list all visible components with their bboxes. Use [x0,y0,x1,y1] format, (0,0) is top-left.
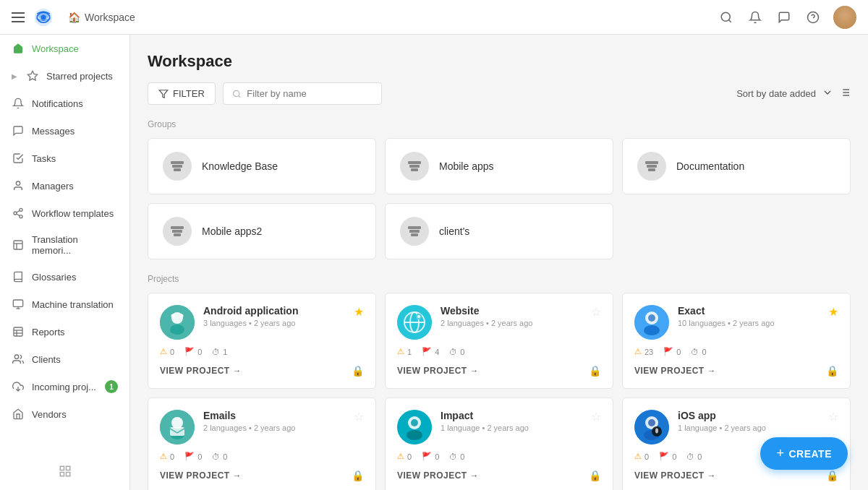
sidebar-item-messages[interactable]: Messages [0,117,129,145]
svg-point-59 [411,419,418,426]
star-exact[interactable]: ★ [828,305,838,319]
group-name-mobile-apps: Mobile apps [439,160,494,172]
sidebar-item-starred[interactable]: ▶ Starred projects [0,62,129,90]
star-website[interactable]: ☆ [591,305,601,319]
project-meta-emails: 2 languages • 2 years ago [203,424,345,432]
sidebar-label-workflow: Workflow templates [32,208,114,219]
star-ios[interactable]: ☆ [828,410,838,424]
project-avatar-ios [634,410,669,444]
group-name-knowledge-base: Knowledge Base [202,160,278,172]
group-card-documentation[interactable]: Documentation [622,138,851,194]
star-android[interactable]: ★ [354,305,364,319]
project-card-website[interactable]: Website 2 languages • 2 years ago ☆ ⚠1 🚩… [385,293,613,389]
grid-icon[interactable] [59,465,72,481]
search-input[interactable] [247,88,372,99]
sidebar-item-vendors[interactable]: Vendors [0,400,129,428]
project-footer-impact: VIEW PROJECT → 🔒 [397,470,601,481]
svg-point-48 [417,315,420,318]
view-toggle-icon[interactable] [839,87,851,101]
view-project-android[interactable]: VIEW PROJECT → [160,366,242,376]
comment-icon [12,124,25,137]
sort-down-icon[interactable] [822,87,833,101]
view-project-impact[interactable]: VIEW PROJECT → [397,470,479,481]
svg-point-9 [20,208,22,211]
page-title: Workspace [148,52,851,71]
create-button[interactable]: + CREATE [760,437,848,470]
groups-grid: Knowledge Base Mobile apps Documentation… [148,138,851,259]
projects-section-label: Projects [148,274,851,284]
sidebar-item-reports[interactable]: Reports [0,318,129,345]
filter-icon [158,89,169,99]
group-icon-mobile-apps [400,152,429,181]
project-name-ios: iOS app [678,410,820,421]
project-footer-android: VIEW PROJECT → 🔒 [160,365,364,377]
sidebar-item-clients[interactable]: Clients [0,345,129,373]
svg-point-39 [171,312,183,324]
sidebar-item-machine[interactable]: Machine translation [0,291,129,318]
help-icon[interactable] [804,9,822,26]
project-meta-ios: 1 language • 2 years ago [678,424,820,432]
nav-breadcrumb: 🏠 Workspace [68,12,135,23]
expand-icon: ▶ [12,72,17,80]
sidebar-item-glossaries[interactable]: Glossaries [0,263,129,291]
svg-line-13 [17,210,20,212]
sort-area: Sort by date added [736,87,851,101]
svg-point-11 [20,215,22,218]
hamburger-menu[interactable] [12,12,25,22]
sidebar-item-tasks[interactable]: Tasks [0,145,129,172]
svg-point-4 [721,12,730,21]
workflow-icon [12,207,25,220]
view-project-ios[interactable]: VIEW PROJECT → [634,470,716,481]
sidebar-item-translation[interactable]: Translation memori... [0,227,129,263]
clients-icon [12,353,25,366]
toolbar: FILTER Sort by date added [148,82,851,105]
sidebar: Workspace ▶ Starred projects Notificatio… [0,35,130,490]
machine-icon [12,298,25,311]
search-icon[interactable] [718,9,735,26]
sidebar-item-incoming[interactable]: Incoming proj... 1 [0,373,129,400]
project-card-emails[interactable]: Emails 2 languages • 2 years ago ☆ ⚠0 🚩0… [148,397,376,490]
view-project-emails[interactable]: VIEW PROJECT → [160,470,242,481]
vendors-icon [12,408,25,421]
tasks-icon [12,152,25,165]
project-card-android[interactable]: Android application 3 languages • 2 year… [148,293,376,389]
sidebar-item-managers[interactable]: Managers [0,172,129,199]
sidebar-label-translation: Translation memori... [32,234,118,256]
sidebar-item-workspace[interactable]: Workspace [0,35,129,62]
group-card-mobile-apps2[interactable]: Mobile apps2 [148,203,376,259]
reports-icon [12,325,25,338]
svg-point-10 [14,212,17,215]
view-project-website[interactable]: VIEW PROJECT → [397,366,479,376]
filter-button[interactable]: FILTER [148,82,216,105]
svg-point-52 [644,325,660,335]
bell-icon [12,97,25,110]
project-meta-android: 3 languages • 2 years ago [203,319,345,327]
notifications-icon[interactable] [746,9,764,26]
view-project-exact[interactable]: VIEW PROJECT → [634,366,716,376]
group-card-clients[interactable]: client's [385,203,613,259]
sidebar-label-starred: Starred projects [46,71,113,82]
group-card-mobile-apps[interactable]: Mobile apps [385,138,613,194]
star-emails[interactable]: ☆ [354,410,364,424]
group-card-knowledge-base[interactable]: Knowledge Base [148,138,376,194]
svg-point-42 [171,314,175,318]
projects-grid: Android application 3 languages • 2 year… [148,293,851,490]
project-footer-emails: VIEW PROJECT → 🔒 [160,470,364,481]
messages-icon[interactable] [775,9,793,26]
svg-rect-29 [60,473,64,476]
project-card-exact[interactable]: Exact 10 languages • 2 years ago ★ ⚠23 🚩… [622,293,851,389]
project-avatar-website [397,305,432,340]
star-impact[interactable]: ☆ [591,410,601,424]
svg-point-54 [171,417,183,429]
svg-point-41 [180,314,184,318]
star-icon [26,69,39,82]
svg-point-40 [170,324,184,335]
sidebar-item-notifications[interactable]: Notifications [0,90,129,117]
groups-section-label: Groups [148,119,851,129]
project-meta-exact: 10 languages • 2 years ago [678,319,820,327]
sidebar-item-workflow[interactable]: Workflow templates [0,199,129,227]
project-name-exact: Exact [678,305,820,317]
avatar[interactable] [833,6,856,29]
project-card-impact[interactable]: Impact 1 language • 2 years ago ☆ ⚠0 🚩0 … [385,397,613,490]
managers-icon [12,179,25,192]
